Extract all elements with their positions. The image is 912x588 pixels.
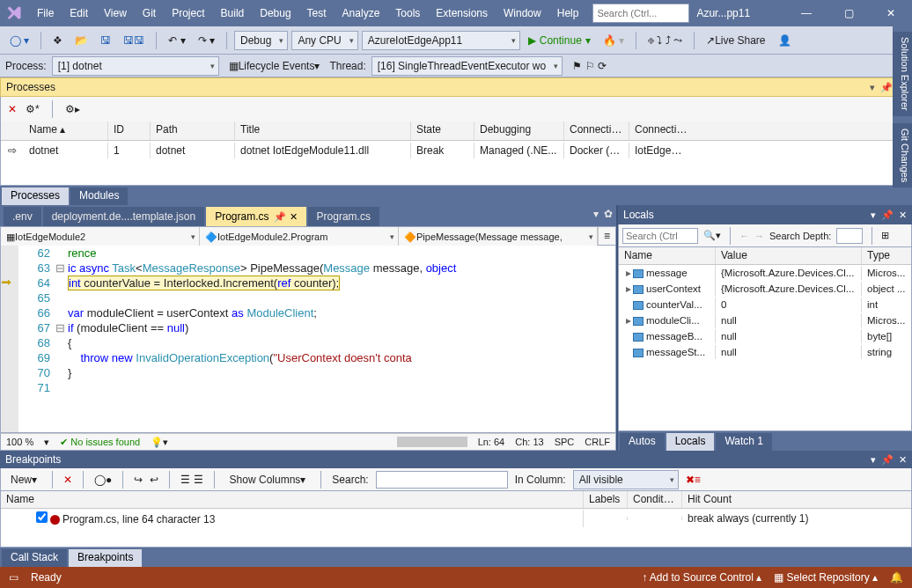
- col-state[interactable]: State: [411, 121, 474, 140]
- processes-settings-icon[interactable]: ⚙*: [26, 103, 40, 115]
- locals-row[interactable]: messageB...nullbyte[]: [619, 328, 911, 344]
- locals-tool-icon[interactable]: ⊞: [881, 230, 889, 241]
- horizontal-scrollbar[interactable]: [397, 437, 467, 447]
- close-button[interactable]: ✕: [875, 7, 907, 19]
- doctab[interactable]: deployment.de....template.json: [43, 207, 204, 226]
- locals-row[interactable]: counterVal...0int: [619, 297, 911, 312]
- menu-debug[interactable]: Debug: [253, 4, 298, 23]
- locals-row[interactable]: messageSt...nullstring: [619, 344, 911, 360]
- tab-breakpoints[interactable]: Breakpoints: [69, 549, 142, 567]
- doctab[interactable]: Program.cs 📌 ✕: [206, 207, 305, 226]
- doctab[interactable]: .env: [4, 207, 41, 226]
- tab-call-stack[interactable]: Call Stack: [2, 549, 67, 567]
- undo-button[interactable]: ↶ ▾: [164, 31, 189, 50]
- menu-test[interactable]: Test: [300, 4, 334, 23]
- hot-reload-button[interactable]: 🔥 ▾: [599, 31, 629, 50]
- col-id[interactable]: ID: [108, 121, 151, 140]
- menu-view[interactable]: View: [97, 4, 134, 23]
- bp-col-name[interactable]: Name: [1, 491, 584, 508]
- bp-showcolumns-button[interactable]: Show Columns ▾: [225, 470, 311, 489]
- menu-window[interactable]: Window: [496, 4, 548, 23]
- locals-nav-back[interactable]: ←: [739, 231, 749, 241]
- menu-analyze[interactable]: Analyze: [335, 4, 387, 23]
- stack-frame-buttons[interactable]: ⚑ ⚐ ⟳: [568, 56, 611, 76]
- col-path[interactable]: Path: [151, 121, 235, 140]
- tab-watch-1[interactable]: Watch 1: [716, 433, 772, 451]
- titlebar-search-input[interactable]: [592, 4, 689, 23]
- doctabs-dropdown-icon[interactable]: ▾: [593, 208, 599, 220]
- locals-row[interactable]: ▸moduleCli...nullMicros...: [619, 312, 911, 328]
- issues-indicator[interactable]: ✔ No issues found: [60, 437, 140, 448]
- bp-import-icon[interactable]: ↩: [150, 474, 158, 486]
- lightbulb-icon[interactable]: 💡▾: [151, 437, 168, 448]
- col-title[interactable]: Title: [235, 121, 411, 140]
- save-button[interactable]: 🖫: [96, 31, 115, 50]
- code-editor[interactable]: ⮕ 62636465666768697071 ⊟⊟ renceic async …: [0, 246, 616, 433]
- bp-group-icons[interactable]: ☰ ☰: [180, 474, 202, 486]
- bp-export-icon[interactable]: ↪: [134, 474, 143, 486]
- thread-combo[interactable]: [16] SingleThreadEventExecutor wo: [371, 56, 563, 76]
- locals-col-type[interactable]: Type: [862, 247, 911, 264]
- notifications-icon[interactable]: 🔔: [890, 571, 903, 584]
- process-row[interactable]: ⇨dotnet1dotnetdotnet IotEdgeModule11.dll…: [1, 141, 911, 160]
- tab-autos[interactable]: Autos: [620, 433, 665, 451]
- bp-pin-icon[interactable]: 📌: [881, 454, 894, 466]
- bp-enabled-checkbox[interactable]: [36, 511, 48, 523]
- col-name[interactable]: Name ▴: [24, 121, 108, 140]
- bp-search-input[interactable]: [376, 471, 508, 489]
- config-combo[interactable]: Debug: [234, 31, 288, 50]
- tab-locals[interactable]: Locals: [666, 433, 715, 451]
- maximize-button[interactable]: ▢: [833, 7, 864, 19]
- step-buttons[interactable]: ⎆ ⤵ ⤴ ⤳: [644, 31, 687, 50]
- bp-col-labels[interactable]: Labels: [584, 491, 628, 508]
- split-icon[interactable]: ≡: [598, 227, 615, 245]
- bp-toggle-icons[interactable]: ◯●: [94, 474, 112, 486]
- locals-row[interactable]: ▸message{Microsoft.Azure.Devices.Cl...Mi…: [619, 265, 911, 281]
- live-share-button[interactable]: ↗ Live Share: [702, 31, 769, 50]
- continue-button[interactable]: ▶Continue ▾: [524, 31, 595, 50]
- redo-button[interactable]: ↷ ▾: [194, 31, 219, 50]
- save-all-button[interactable]: 🖫🖫: [119, 31, 149, 50]
- bp-col-condition[interactable]: Condition: [628, 491, 682, 508]
- locals-pin-icon[interactable]: 📌: [881, 209, 894, 221]
- lifecycle-events-button[interactable]: ▦ Lifecycle Events ▾: [224, 56, 325, 76]
- locals-search-input[interactable]: [622, 228, 698, 244]
- doctab[interactable]: Program.cs: [308, 207, 379, 226]
- doctabs-settings-icon[interactable]: ✿: [604, 208, 613, 220]
- select-repository-button[interactable]: ▦ Select Repository ▴: [774, 571, 878, 584]
- pin-icon[interactable]: 📌: [880, 82, 893, 93]
- bp-dropdown-icon[interactable]: ▾: [871, 454, 876, 466]
- menu-extensions[interactable]: Extensions: [429, 4, 495, 23]
- project-combo[interactable]: ▦ IotEdgeModule2: [1, 227, 200, 246]
- nav-back-button[interactable]: ◯ ▾: [5, 31, 33, 50]
- output-icon[interactable]: ▭: [9, 571, 18, 584]
- menu-project[interactable]: Project: [165, 4, 211, 23]
- minimize-button[interactable]: —: [791, 7, 822, 19]
- locals-row[interactable]: ▸userContext{Microsoft.Azure.Devices.Cl.…: [619, 281, 911, 297]
- add-source-control-button[interactable]: ↑ Add to Source Control ▴: [642, 571, 761, 584]
- col-debugging[interactable]: Debugging: [474, 121, 564, 140]
- locals-nav-fwd[interactable]: →: [754, 231, 764, 241]
- menu-git[interactable]: Git: [136, 4, 163, 23]
- process-combo[interactable]: [1] dotnet: [52, 56, 219, 76]
- bp-col-hitcount[interactable]: Hit Count: [682, 491, 911, 508]
- bp-close-icon[interactable]: ✕: [899, 454, 907, 466]
- dropdown-icon[interactable]: ▾: [870, 82, 875, 93]
- search-depth-input[interactable]: [836, 228, 863, 244]
- tab-processes[interactable]: Processes: [2, 187, 69, 205]
- locals-col-value[interactable]: Value: [716, 247, 862, 264]
- platform-combo[interactable]: Any CPU: [291, 31, 357, 50]
- locals-search-button[interactable]: 🔍▾: [703, 230, 721, 241]
- menu-help[interactable]: Help: [550, 4, 586, 23]
- menu-build[interactable]: Build: [214, 4, 252, 23]
- menu-tools[interactable]: Tools: [388, 4, 427, 23]
- menu-edit[interactable]: Edit: [63, 4, 95, 23]
- col-conn2[interactable]: Connectio...: [629, 121, 693, 140]
- startup-project-combo[interactable]: AzureIotEdgeApp11: [362, 31, 520, 50]
- locals-dropdown-icon[interactable]: ▾: [871, 209, 876, 221]
- delete-process-icon[interactable]: ✕: [8, 103, 17, 115]
- processes-settings2-icon[interactable]: ⚙▸: [65, 103, 80, 115]
- side-rail-git-changes[interactable]: Git Changes: [893, 123, 912, 187]
- bp-new-button[interactable]: New ▾: [6, 470, 41, 489]
- bp-delete-icon[interactable]: ✕: [63, 474, 72, 486]
